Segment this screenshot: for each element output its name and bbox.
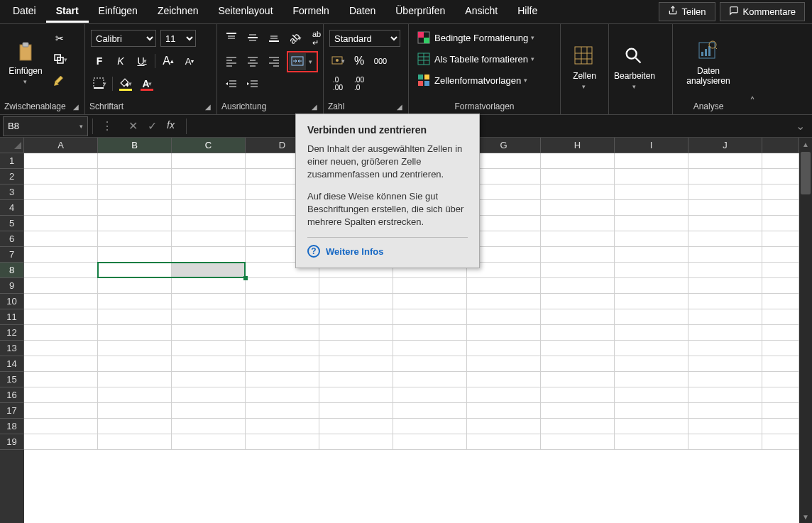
row-header[interactable]: 2 <box>0 169 24 185</box>
cell[interactable] <box>467 419 541 434</box>
row-header[interactable]: 7 <box>0 247 24 263</box>
cell[interactable] <box>246 341 319 356</box>
cell[interactable] <box>172 403 246 419</box>
cell[interactable] <box>172 153 246 169</box>
merge-center-dropdown[interactable]: ▾ <box>306 53 316 70</box>
scroll-down-button[interactable]: ▼ <box>799 510 812 523</box>
cell[interactable] <box>615 419 688 434</box>
bold-button[interactable]: F <box>91 53 108 70</box>
cell[interactable] <box>688 185 762 200</box>
cell[interactable] <box>172 309 246 325</box>
increase-decimal-button[interactable]: .0.00 <box>329 75 346 92</box>
row-header[interactable]: 11 <box>0 309 24 325</box>
cell[interactable] <box>172 294 246 309</box>
cell[interactable] <box>98 372 172 387</box>
cell[interactable] <box>541 294 615 309</box>
cell[interactable] <box>467 325 541 341</box>
column-header[interactable]: H <box>541 138 615 153</box>
cell[interactable] <box>98 153 172 169</box>
cell[interactable] <box>393 309 467 325</box>
column-header[interactable]: A <box>24 138 98 153</box>
tab-datei[interactable]: Datei <box>3 1 46 23</box>
underline-button[interactable]: U▾ <box>133 53 150 70</box>
cell[interactable] <box>98 325 172 341</box>
row-header[interactable]: 15 <box>0 372 24 387</box>
cell[interactable] <box>541 403 615 419</box>
tab-überprüfen[interactable]: Überprüfen <box>385 1 455 23</box>
number-format-select[interactable]: Standard <box>329 30 400 47</box>
cell[interactable] <box>615 216 688 231</box>
dialog-launcher-icon[interactable]: ◢ <box>312 103 319 111</box>
cell[interactable] <box>541 325 615 341</box>
row-header[interactable]: 4 <box>0 200 24 216</box>
cell[interactable] <box>24 153 98 169</box>
cancel-formula-button[interactable]: ✕ <box>128 119 138 133</box>
cell[interactable] <box>541 169 615 185</box>
cell[interactable] <box>541 356 615 372</box>
row-header[interactable]: 19 <box>0 434 24 450</box>
column-header[interactable]: C <box>172 138 246 153</box>
cell[interactable] <box>541 247 615 263</box>
cell[interactable] <box>98 200 172 216</box>
cell[interactable] <box>467 403 541 419</box>
cell[interactable] <box>615 356 688 372</box>
fx-button[interactable]: fx <box>167 119 175 133</box>
cell[interactable] <box>319 356 393 372</box>
align-bottom-button[interactable] <box>265 30 282 47</box>
tab-daten[interactable]: Daten <box>339 1 385 23</box>
cell[interactable] <box>467 356 541 372</box>
paste-button[interactable]: Einfügen▾ <box>4 27 47 99</box>
cell[interactable] <box>688 200 762 216</box>
cell[interactable] <box>615 169 688 185</box>
tab-formeln[interactable]: Formeln <box>283 1 339 23</box>
cell[interactable] <box>688 372 762 387</box>
cell[interactable] <box>24 278 98 294</box>
cell[interactable] <box>98 419 172 434</box>
cell[interactable] <box>246 372 319 387</box>
percent-button[interactable]: % <box>351 53 368 70</box>
comma-button[interactable]: 000 <box>372 53 389 70</box>
cell[interactable] <box>172 419 246 434</box>
cell[interactable] <box>467 434 541 450</box>
cell[interactable] <box>393 356 467 372</box>
tab-seitenlayout[interactable]: Seitenlayout <box>208 1 282 23</box>
dialog-launcher-icon[interactable]: ◢ <box>73 103 80 111</box>
row-header[interactable]: 14 <box>0 356 24 372</box>
cell[interactable] <box>319 309 393 325</box>
cell[interactable] <box>319 434 393 450</box>
cell[interactable] <box>615 403 688 419</box>
cell[interactable] <box>541 231 615 247</box>
select-all-button[interactable] <box>0 138 24 153</box>
cell[interactable] <box>98 387 172 403</box>
cell[interactable] <box>24 325 98 341</box>
cell[interactable] <box>98 434 172 450</box>
format-as-table-button[interactable]: Als Tabelle formatieren ▾ <box>415 51 537 67</box>
grow-font-button[interactable]: A▴ <box>160 53 177 70</box>
cell[interactable] <box>393 419 467 434</box>
shrink-font-button[interactable]: A▾ <box>181 53 198 70</box>
cell[interactable] <box>688 434 762 450</box>
cell[interactable] <box>467 387 541 403</box>
cell[interactable] <box>688 356 762 372</box>
column-header[interactable]: J <box>688 138 762 153</box>
cell[interactable] <box>246 403 319 419</box>
cell[interactable] <box>246 434 319 450</box>
cell[interactable] <box>24 185 98 200</box>
collapse-ribbon-button[interactable]: ˄ <box>744 24 761 114</box>
cell[interactable] <box>615 278 688 294</box>
cell[interactable] <box>615 372 688 387</box>
cell[interactable] <box>688 247 762 263</box>
tab-zeichnen[interactable]: Zeichnen <box>148 1 209 23</box>
cell[interactable] <box>467 278 541 294</box>
cell[interactable] <box>24 216 98 231</box>
cell[interactable] <box>393 403 467 419</box>
conditional-formatting-button[interactable]: Bedingte Formatierung ▾ <box>415 30 537 45</box>
row-header[interactable]: 13 <box>0 341 24 356</box>
cells-button[interactable]: Zellen▾ <box>565 27 604 109</box>
cell[interactable] <box>172 387 246 403</box>
cell[interactable] <box>98 185 172 200</box>
cell[interactable] <box>615 185 688 200</box>
cell[interactable] <box>393 294 467 309</box>
tab-start[interactable]: Start <box>46 1 89 23</box>
cell[interactable] <box>246 387 319 403</box>
